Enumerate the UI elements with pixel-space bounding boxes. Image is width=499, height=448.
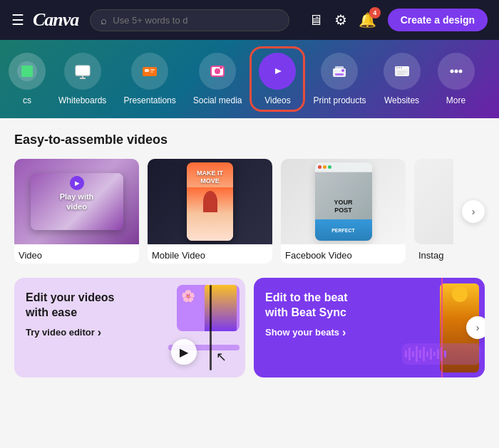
facebook-video-thumb: YOURPOST PERFECT [281,159,406,244]
svg-point-23 [401,67,402,68]
videos-icon-circle [259,53,296,90]
svg-rect-6 [143,67,157,76]
canva-badge: ▶ [70,176,84,190]
svg-point-12 [220,66,222,69]
video-editor-link-text: Try video editor [26,327,95,338]
presentations-label: Presentations [123,95,175,105]
search-icon: ⌕ [101,14,107,26]
gear-icon[interactable]: ⚙ [334,11,347,28]
social-media-label: Social media [193,95,242,105]
search-bar[interactable]: ⌕ [90,9,289,31]
instagram-label: Instag [414,244,453,264]
hamburger-icon[interactable]: ☰ [11,11,24,28]
sidebar-item-print-products[interactable]: Print products [306,48,373,110]
video-thumb: ▶ Play withvideo [14,159,139,244]
video-label: Video [14,244,139,264]
next-arrow[interactable]: › [462,200,485,223]
sidebar-item-more[interactable]: More [431,48,482,110]
make-it-move-text: MAKE ITMOVE [187,170,233,185]
sidebar-item-presentations[interactable]: Presentations [116,48,182,110]
canva-logo: Canva [33,9,78,31]
instagram-partial-card[interactable]: Instag [414,159,453,264]
svg-rect-9 [150,71,153,73]
banners-row: Edit your videos with ease Try video edi… [14,278,485,377]
svg-rect-8 [150,69,155,71]
nav-bar: cs Whiteboards Presentations [0,40,499,118]
cursor-icon: ↖ [216,349,227,365]
whiteboards-label: Whiteboards [58,95,106,105]
notification-badge: 4 [369,7,381,19]
beat-sync-next-arrow[interactable]: › [466,316,485,339]
beat-sync-banner[interactable]: Edit to the beat with Beat Sync Show you… [254,278,485,377]
video-editor-title: Edit your videos with ease [26,291,118,321]
more-icon-circle [438,53,475,90]
cs-icon-circle [9,53,46,90]
svg-point-28 [458,70,462,73]
cards-row: ▶ Play withvideo Video MAKE ITMOVE Mobil… [14,159,485,264]
print-products-icon-circle [321,53,358,90]
mobile-video-thumb: MAKE ITMOVE [148,159,272,244]
bell-icon[interactable]: 🔔 4 [359,11,376,28]
facebook-video-label: Facebook Video [281,244,406,264]
mobile-card-inner: MAKE ITMOVE [187,162,233,241]
websites-icon-circle [384,53,421,90]
websites-label: Websites [384,95,419,105]
print-products-label: Print products [313,95,366,105]
video-editor-image: 🌸 ▶ ↖ [168,285,240,370]
svg-point-26 [450,70,453,73]
video-card[interactable]: ▶ Play withvideo Video [14,159,139,264]
sidebar-item-cs[interactable]: cs [6,48,48,110]
header-icons: 🖥 ⚙ 🔔 4 Create a design [309,9,488,31]
svg-point-18 [341,69,344,72]
svg-point-11 [215,68,220,74]
mobile-video-card[interactable]: MAKE ITMOVE Mobile Video [148,159,272,264]
social-media-icon-circle [199,53,236,90]
sidebar-item-whiteboards[interactable]: Whiteboards [51,48,113,110]
svg-point-22 [398,67,400,68]
monitor-icon[interactable]: 🖥 [309,12,323,28]
section-title: Easy-to-assemble videos [14,132,485,147]
svg-rect-24 [397,71,407,73]
videos-label: Videos [264,95,290,105]
search-input[interactable] [113,15,279,26]
beat-sync-title: Edit to the beat with Beat Sync [265,291,358,321]
svg-rect-7 [145,69,149,72]
svg-rect-25 [397,73,404,75]
play-with-video-text: Play withvideo [60,192,94,212]
presentations-icon-circle [131,53,168,90]
cs-label: cs [23,95,31,105]
main-content: Easy-to-assemble videos ▶ Play withvideo… [0,118,499,448]
chevron-right-icon: › [98,326,101,339]
svg-rect-2 [76,66,90,75]
svg-point-21 [396,67,398,68]
svg-rect-17 [335,73,344,75]
svg-point-27 [454,70,458,73]
sidebar-item-social-media[interactable]: Social media [186,48,250,110]
play-button[interactable]: ▶ [171,339,197,365]
sidebar-item-websites[interactable]: Websites [376,48,428,110]
beat-sync-chevron-icon: › [342,326,346,339]
video-editor-banner[interactable]: Edit your videos with ease Try video edi… [14,278,245,377]
sidebar-item-videos[interactable]: Videos [252,48,303,110]
mobile-video-label: Mobile Video [148,244,272,264]
beat-sync-link-text: Show your beats [265,327,339,338]
video-card-inner: ▶ Play withvideo [31,173,123,230]
facebook-video-card[interactable]: YOURPOST PERFECT Facebook Video [281,159,406,264]
header: ☰ Canva ⌕ 🖥 ⚙ 🔔 4 Create a design [0,0,499,40]
create-design-button[interactable]: Create a design [388,9,488,31]
svg-rect-1 [21,66,33,77]
more-label: More [446,95,465,105]
whiteboards-icon-circle [64,53,101,90]
